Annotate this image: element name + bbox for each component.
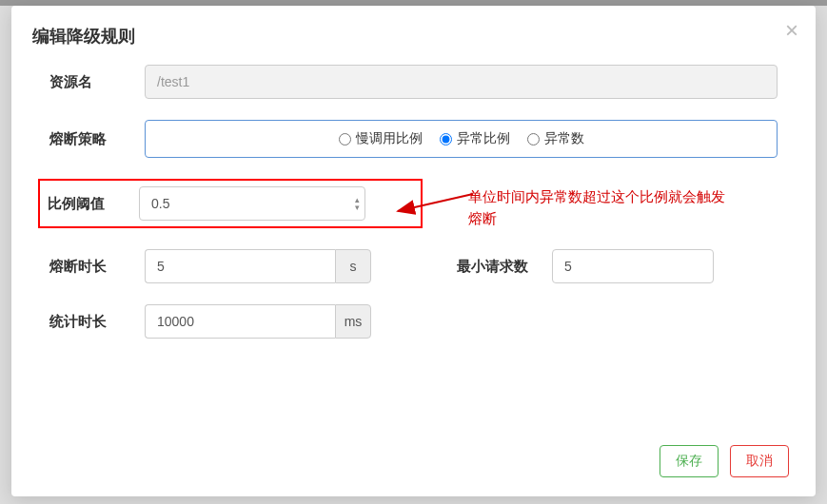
radio-slow[interactable]: 慢调用比例 (339, 130, 423, 147)
spinner-icon[interactable]: ▴▾ (355, 196, 360, 211)
edit-rule-modal: 编辑降级规则 × 资源名 熔断策略 慢调用比例 (11, 6, 816, 496)
radio-ratio-input[interactable] (440, 133, 452, 145)
radio-slow-label: 慢调用比例 (356, 130, 423, 147)
stat-label: 统计时长 (49, 313, 145, 331)
duration-input[interactable] (145, 249, 335, 283)
row-resource: 资源名 (49, 65, 778, 99)
save-button[interactable]: 保存 (660, 445, 719, 477)
radio-count[interactable]: 异常数 (527, 130, 584, 147)
row-stat: 统计时长 ms (49, 304, 778, 339)
strategy-radio-group: 慢调用比例 异常比例 异常数 (145, 120, 778, 158)
stat-unit: ms (335, 304, 371, 339)
cancel-button[interactable]: 取消 (730, 445, 789, 477)
resource-label: 资源名 (49, 73, 145, 91)
duration-unit: s (335, 249, 371, 283)
radio-ratio-label: 异常比例 (457, 130, 510, 147)
threshold-input[interactable] (139, 186, 365, 221)
strategy-label: 熔断策略 (49, 130, 145, 148)
svg-line-1 (398, 194, 473, 211)
stat-input[interactable] (145, 304, 335, 339)
row-strategy: 熔断策略 慢调用比例 异常比例 异常数 (49, 120, 778, 158)
modal-header: 编辑降级规则 × (11, 6, 816, 65)
modal-body: 资源名 熔断策略 慢调用比例 异常比例 (11, 65, 816, 430)
annotation-arrow (392, 188, 478, 217)
close-icon[interactable]: × (785, 19, 798, 42)
threshold-label: 比例阈值 (48, 195, 139, 213)
row-threshold-highlight: 比例阈值 ▴▾ (38, 179, 423, 228)
radio-count-label: 异常数 (544, 130, 584, 147)
radio-ratio[interactable]: 异常比例 (440, 130, 510, 147)
modal-title: 编辑降级规则 (32, 25, 795, 48)
radio-count-input[interactable] (527, 133, 540, 145)
minreq-input[interactable] (552, 249, 714, 283)
modal-footer: 保存 取消 (11, 430, 816, 496)
radio-slow-input[interactable] (339, 133, 351, 145)
resource-input[interactable] (145, 65, 778, 99)
annotation-text: 单位时间内异常数超过这个比例就会触发熔断 (468, 186, 735, 229)
minreq-label: 最小请求数 (457, 258, 552, 276)
row-duration-minreq: 熔断时长 s 最小请求数 (49, 249, 778, 283)
duration-label: 熔断时长 (49, 258, 145, 276)
